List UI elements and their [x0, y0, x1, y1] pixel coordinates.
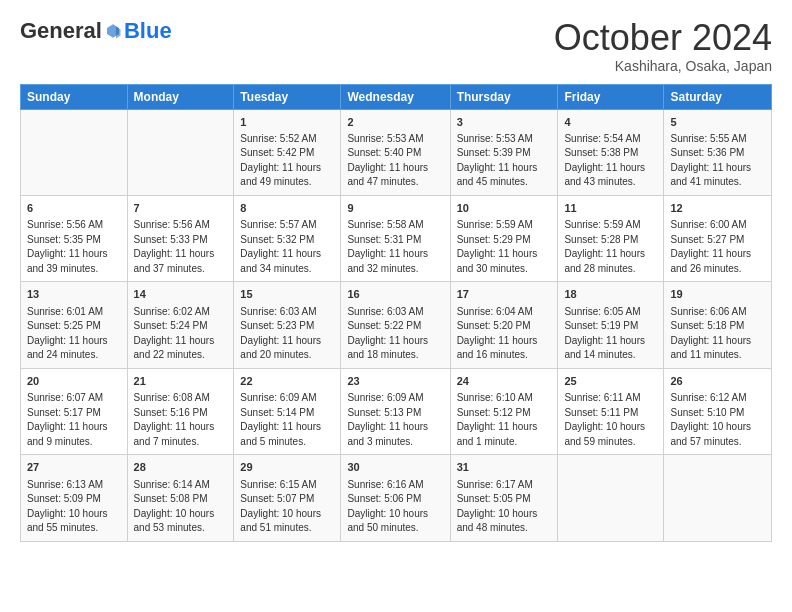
calendar-week-row: 20Sunrise: 6:07 AM Sunset: 5:17 PM Dayli…: [21, 368, 772, 454]
day-number: 16: [347, 287, 443, 302]
day-number: 12: [670, 201, 765, 216]
day-content: Sunrise: 6:04 AM Sunset: 5:20 PM Dayligh…: [457, 305, 552, 363]
calendar-cell: 23Sunrise: 6:09 AM Sunset: 5:13 PM Dayli…: [341, 368, 450, 454]
day-number: 14: [134, 287, 228, 302]
calendar-cell: 13Sunrise: 6:01 AM Sunset: 5:25 PM Dayli…: [21, 282, 128, 368]
day-number: 20: [27, 374, 121, 389]
calendar-cell: 18Sunrise: 6:05 AM Sunset: 5:19 PM Dayli…: [558, 282, 664, 368]
day-content: Sunrise: 6:15 AM Sunset: 5:07 PM Dayligh…: [240, 478, 334, 536]
day-content: Sunrise: 6:03 AM Sunset: 5:23 PM Dayligh…: [240, 305, 334, 363]
calendar-cell: 20Sunrise: 6:07 AM Sunset: 5:17 PM Dayli…: [21, 368, 128, 454]
day-content: Sunrise: 6:09 AM Sunset: 5:14 PM Dayligh…: [240, 391, 334, 449]
calendar-cell: 26Sunrise: 6:12 AM Sunset: 5:10 PM Dayli…: [664, 368, 772, 454]
day-content: Sunrise: 5:56 AM Sunset: 5:35 PM Dayligh…: [27, 218, 121, 276]
day-content: Sunrise: 5:56 AM Sunset: 5:33 PM Dayligh…: [134, 218, 228, 276]
calendar-cell: 16Sunrise: 6:03 AM Sunset: 5:22 PM Dayli…: [341, 282, 450, 368]
day-number: 15: [240, 287, 334, 302]
day-number: 27: [27, 460, 121, 475]
day-number: 30: [347, 460, 443, 475]
day-number: 24: [457, 374, 552, 389]
calendar-cell: 4Sunrise: 5:54 AM Sunset: 5:38 PM Daylig…: [558, 109, 664, 195]
day-content: Sunrise: 6:02 AM Sunset: 5:24 PM Dayligh…: [134, 305, 228, 363]
header: General Blue October 2024 Kashihara, Osa…: [20, 18, 772, 74]
calendar-cell: [127, 109, 234, 195]
calendar-cell: 30Sunrise: 6:16 AM Sunset: 5:06 PM Dayli…: [341, 455, 450, 541]
calendar-cell: 8Sunrise: 5:57 AM Sunset: 5:32 PM Daylig…: [234, 195, 341, 281]
calendar-cell: 24Sunrise: 6:10 AM Sunset: 5:12 PM Dayli…: [450, 368, 558, 454]
day-header-saturday: Saturday: [664, 84, 772, 109]
calendar-cell: 31Sunrise: 6:17 AM Sunset: 5:05 PM Dayli…: [450, 455, 558, 541]
day-content: Sunrise: 5:54 AM Sunset: 5:38 PM Dayligh…: [564, 132, 657, 190]
day-content: Sunrise: 6:06 AM Sunset: 5:18 PM Dayligh…: [670, 305, 765, 363]
day-number: 3: [457, 115, 552, 130]
calendar-cell: 1Sunrise: 5:52 AM Sunset: 5:42 PM Daylig…: [234, 109, 341, 195]
day-number: 5: [670, 115, 765, 130]
calendar-cell: 5Sunrise: 5:55 AM Sunset: 5:36 PM Daylig…: [664, 109, 772, 195]
logo-icon: [104, 22, 122, 40]
day-number: 21: [134, 374, 228, 389]
calendar-page: General Blue October 2024 Kashihara, Osa…: [0, 0, 792, 612]
day-number: 31: [457, 460, 552, 475]
calendar-cell: 14Sunrise: 6:02 AM Sunset: 5:24 PM Dayli…: [127, 282, 234, 368]
day-number: 25: [564, 374, 657, 389]
day-content: Sunrise: 5:52 AM Sunset: 5:42 PM Dayligh…: [240, 132, 334, 190]
calendar-week-row: 1Sunrise: 5:52 AM Sunset: 5:42 PM Daylig…: [21, 109, 772, 195]
day-header-sunday: Sunday: [21, 84, 128, 109]
day-content: Sunrise: 6:09 AM Sunset: 5:13 PM Dayligh…: [347, 391, 443, 449]
calendar-cell: 6Sunrise: 5:56 AM Sunset: 5:35 PM Daylig…: [21, 195, 128, 281]
calendar-cell: 21Sunrise: 6:08 AM Sunset: 5:16 PM Dayli…: [127, 368, 234, 454]
calendar-table: SundayMondayTuesdayWednesdayThursdayFrid…: [20, 84, 772, 542]
calendar-header-row: SundayMondayTuesdayWednesdayThursdayFrid…: [21, 84, 772, 109]
day-number: 4: [564, 115, 657, 130]
calendar-cell: 25Sunrise: 6:11 AM Sunset: 5:11 PM Dayli…: [558, 368, 664, 454]
calendar-cell: 22Sunrise: 6:09 AM Sunset: 5:14 PM Dayli…: [234, 368, 341, 454]
calendar-cell: 3Sunrise: 5:53 AM Sunset: 5:39 PM Daylig…: [450, 109, 558, 195]
day-number: 19: [670, 287, 765, 302]
day-content: Sunrise: 6:10 AM Sunset: 5:12 PM Dayligh…: [457, 391, 552, 449]
day-number: 10: [457, 201, 552, 216]
calendar-week-row: 27Sunrise: 6:13 AM Sunset: 5:09 PM Dayli…: [21, 455, 772, 541]
day-content: Sunrise: 6:16 AM Sunset: 5:06 PM Dayligh…: [347, 478, 443, 536]
day-number: 2: [347, 115, 443, 130]
month-year: October 2024: [554, 18, 772, 58]
calendar-cell: 17Sunrise: 6:04 AM Sunset: 5:20 PM Dayli…: [450, 282, 558, 368]
calendar-cell: [558, 455, 664, 541]
day-header-wednesday: Wednesday: [341, 84, 450, 109]
calendar-cell: 28Sunrise: 6:14 AM Sunset: 5:08 PM Dayli…: [127, 455, 234, 541]
calendar-week-row: 13Sunrise: 6:01 AM Sunset: 5:25 PM Dayli…: [21, 282, 772, 368]
day-content: Sunrise: 6:14 AM Sunset: 5:08 PM Dayligh…: [134, 478, 228, 536]
day-content: Sunrise: 6:00 AM Sunset: 5:27 PM Dayligh…: [670, 218, 765, 276]
day-content: Sunrise: 6:17 AM Sunset: 5:05 PM Dayligh…: [457, 478, 552, 536]
day-number: 8: [240, 201, 334, 216]
day-content: Sunrise: 6:08 AM Sunset: 5:16 PM Dayligh…: [134, 391, 228, 449]
calendar-cell: 12Sunrise: 6:00 AM Sunset: 5:27 PM Dayli…: [664, 195, 772, 281]
location: Kashihara, Osaka, Japan: [554, 58, 772, 74]
day-header-monday: Monday: [127, 84, 234, 109]
day-content: Sunrise: 6:03 AM Sunset: 5:22 PM Dayligh…: [347, 305, 443, 363]
day-content: Sunrise: 5:55 AM Sunset: 5:36 PM Dayligh…: [670, 132, 765, 190]
calendar-cell: 27Sunrise: 6:13 AM Sunset: 5:09 PM Dayli…: [21, 455, 128, 541]
day-number: 6: [27, 201, 121, 216]
day-content: Sunrise: 5:59 AM Sunset: 5:29 PM Dayligh…: [457, 218, 552, 276]
title-block: October 2024 Kashihara, Osaka, Japan: [554, 18, 772, 74]
day-number: 1: [240, 115, 334, 130]
day-header-thursday: Thursday: [450, 84, 558, 109]
day-number: 23: [347, 374, 443, 389]
day-content: Sunrise: 6:01 AM Sunset: 5:25 PM Dayligh…: [27, 305, 121, 363]
day-content: Sunrise: 5:58 AM Sunset: 5:31 PM Dayligh…: [347, 218, 443, 276]
day-number: 28: [134, 460, 228, 475]
logo-text: General Blue: [20, 18, 172, 44]
calendar-cell: 2Sunrise: 5:53 AM Sunset: 5:40 PM Daylig…: [341, 109, 450, 195]
calendar-cell: [21, 109, 128, 195]
calendar-cell: 19Sunrise: 6:06 AM Sunset: 5:18 PM Dayli…: [664, 282, 772, 368]
day-number: 13: [27, 287, 121, 302]
day-content: Sunrise: 6:07 AM Sunset: 5:17 PM Dayligh…: [27, 391, 121, 449]
calendar-cell: 10Sunrise: 5:59 AM Sunset: 5:29 PM Dayli…: [450, 195, 558, 281]
day-number: 22: [240, 374, 334, 389]
calendar-cell: 29Sunrise: 6:15 AM Sunset: 5:07 PM Dayli…: [234, 455, 341, 541]
day-header-friday: Friday: [558, 84, 664, 109]
day-number: 18: [564, 287, 657, 302]
calendar-cell: 9Sunrise: 5:58 AM Sunset: 5:31 PM Daylig…: [341, 195, 450, 281]
day-number: 26: [670, 374, 765, 389]
day-content: Sunrise: 6:05 AM Sunset: 5:19 PM Dayligh…: [564, 305, 657, 363]
